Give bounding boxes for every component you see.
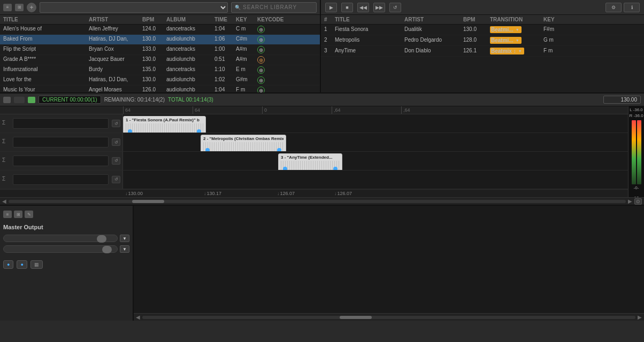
- track-4-return-btn[interactable]: ↺: [112, 176, 120, 183]
- track-2-area[interactable]: 2 - "Metropolis (Christian Ombas Remix)"…: [123, 133, 628, 151]
- track-album: dancetracks: [165, 66, 213, 74]
- keycode-icon: ⊕: [257, 87, 265, 92]
- track-2-return-btn[interactable]: ↺: [112, 138, 120, 146]
- info-icon[interactable]: ℹ: [624, 3, 640, 12]
- mixer-fader-2[interactable]: [3, 245, 118, 253]
- playlist-row[interactable]: 1 Fiesta Sonora Dualitik 130.0 Beatmi...…: [321, 25, 644, 35]
- ruler-mark-3: 0: [262, 106, 332, 114]
- ptrack-artist: Dualitik: [403, 26, 462, 34]
- mixer-list-icon[interactable]: ≡: [3, 211, 12, 218]
- scroll-thumb[interactable]: [132, 200, 164, 203]
- library-table: TITLE ARTIST BPM ALBUM TIME KEY KEYCODE …: [0, 15, 320, 92]
- library-row[interactable]: Grade A B**** Jacquez Bauer 130.0 audiol…: [0, 55, 320, 65]
- col-title: TITLE: [2, 16, 88, 23]
- fader-1-thumb[interactable]: [97, 235, 106, 243]
- keycode-icon: ⊕: [257, 56, 265, 64]
- track-1-icon: Σ: [2, 120, 10, 127]
- track-1-area[interactable]: 1 - "Fiesta Sonora (A.Paul Remix)" b: [123, 114, 628, 133]
- settings-icon[interactable]: ⚙: [605, 3, 622, 12]
- playlist-row[interactable]: 3 AnyTime Don Diablo 126.1 Beatmix ↕▼ F …: [321, 46, 644, 57]
- track-artist: Allen Jeffrey: [88, 25, 141, 34]
- playlist-toolbar: ▶ ■ ◀◀ ▶▶ ↺ ⚙ ℹ: [321, 0, 644, 15]
- bpm-label-1: 130.00: [123, 191, 143, 196]
- bottom-scrollbar[interactable]: ◀ ▶: [134, 313, 644, 321]
- clip-2[interactable]: 2 - "Metropolis (Christian Ombas Remix)"…: [201, 135, 286, 151]
- clip-3-wave: [281, 161, 340, 170]
- track-1-return-btn[interactable]: ↺: [112, 120, 120, 127]
- clip-3-label: 3 - "AnyTime (Extended...: [281, 155, 340, 160]
- ptrack-key: F m: [542, 47, 569, 55]
- track-3-return-btn[interactable]: ↺: [112, 157, 120, 165]
- keycode-icon: ⊕: [257, 66, 265, 74]
- track-title: Baked From: [2, 35, 88, 44]
- bottom-scroll-thumb[interactable]: [340, 316, 372, 319]
- scroll-track[interactable]: [9, 200, 626, 203]
- stop-button[interactable]: ■: [341, 3, 353, 12]
- track-2-icon: Σ: [2, 138, 10, 146]
- top-section: ≡ ⊞ + (Entire Library) 🔍 TITLE ARTIST BP…: [0, 0, 644, 94]
- track-title: Allen's House of: [2, 25, 88, 34]
- library-filter-dropdown[interactable]: (Entire Library): [40, 2, 228, 13]
- keycode-icon: ⊕: [257, 36, 265, 43]
- play-button[interactable]: ▶: [325, 3, 337, 12]
- scroll-right-arrow[interactable]: ▶: [628, 198, 632, 204]
- track-4-area[interactable]: [123, 170, 628, 189]
- playlist-row[interactable]: 2 Metropolis Pedro Delgardo 128.0 Beatmi…: [321, 35, 644, 46]
- library-row[interactable]: Baked From Hatiras, DJ Dan, 130.0 audiol…: [0, 35, 320, 45]
- library-row[interactable]: Flip the Script Bryan Cox 133.0 dancetra…: [0, 45, 320, 55]
- bottom-scroll-left[interactable]: ◀: [136, 314, 140, 320]
- beatmix-badge: Beatmix ↕▼: [490, 48, 524, 55]
- tl-icon1[interactable]: [3, 97, 11, 103]
- fader-2-arrow[interactable]: ▼: [120, 245, 129, 253]
- library-panel: ≡ ⊞ + (Entire Library) 🔍 TITLE ARTIST BP…: [0, 0, 321, 92]
- bpm-label-2: 130.17: [202, 191, 221, 196]
- track-bpm: 130.0: [141, 56, 165, 64]
- fader-1-arrow[interactable]: ▼: [120, 235, 129, 242]
- bpm-control[interactable]: 130.00: [603, 96, 641, 104]
- track-artist: Hatiras, DJ Dan,: [88, 35, 141, 44]
- clip-1[interactable]: 1 - "Fiesta Sonora (A.Paul Remix)" b: [123, 116, 206, 133]
- list-icon[interactable]: ≡: [3, 4, 12, 11]
- track-3-area[interactable]: 3 - "AnyTime (Extended...: [123, 152, 628, 170]
- mixer-btn-3-icon: ▦: [34, 262, 39, 267]
- library-row[interactable]: Music Is Your Angel Moraes 126.0 audiolu…: [0, 86, 320, 92]
- mixer-fader-1[interactable]: [3, 235, 118, 242]
- search-input[interactable]: [243, 4, 302, 10]
- ptrack-bpm: 126.1: [462, 47, 489, 55]
- add-icon[interactable]: +: [27, 3, 36, 12]
- ruler-mark-4: ,64: [332, 106, 401, 114]
- loop-button[interactable]: ↺: [389, 3, 401, 12]
- mixer-grid-icon[interactable]: ⊞: [14, 211, 22, 218]
- grid-icon[interactable]: ⊞: [15, 4, 24, 11]
- next-button[interactable]: ▶▶: [373, 3, 385, 12]
- library-row[interactable]: Influenzational Burdy 135.0 dancetracks …: [0, 65, 320, 75]
- track-keycode: ⊕: [256, 76, 288, 84]
- library-table-header: TITLE ARTIST BPM ALBUM TIME KEY KEYCODE: [0, 15, 320, 25]
- bottom-scroll-right[interactable]: ▶: [638, 314, 642, 320]
- tl-icon3[interactable]: [28, 97, 35, 103]
- total-time: TOTAL 00:14:14(3): [168, 97, 213, 103]
- track-row-3: Σ ↺ 3 - "AnyTime (Extended...: [0, 152, 628, 170]
- tl-icon2[interactable]: [14, 97, 25, 103]
- fader-2-thumb[interactable]: [102, 246, 112, 253]
- timeline-scrollbar[interactable]: ◀ ▶ ⊙: [0, 197, 644, 205]
- bottom-scroll-track[interactable]: [142, 316, 635, 319]
- clip-3[interactable]: 3 - "AnyTime (Extended...: [278, 153, 342, 170]
- scroll-left-arrow[interactable]: ◀: [2, 198, 6, 204]
- beatmix-badge: Beatmi...▼: [490, 37, 522, 44]
- clip-1-wave: [126, 123, 203, 133]
- library-row[interactable]: Love for the Hatiras, DJ Dan, 130.0 audi…: [0, 75, 320, 86]
- mixer-btn-3[interactable]: ▦: [30, 260, 43, 269]
- mixer-btn-1[interactable]: ●: [3, 260, 13, 269]
- sync-icon[interactable]: ⊙: [634, 198, 642, 205]
- mixer-edit-icon[interactable]: ✎: [25, 211, 33, 218]
- mixer-btn-1-icon: ●: [7, 262, 10, 267]
- prev-button[interactable]: ◀◀: [357, 3, 369, 12]
- vu-bar-l: [632, 120, 636, 184]
- track-time: 1:02: [213, 76, 235, 84]
- library-row[interactable]: Allen's House of Allen Jeffrey 124.0 dan…: [0, 25, 320, 35]
- track-time: 1:10: [213, 66, 235, 74]
- track-title: Music Is Your: [2, 86, 88, 92]
- mixer-btn-2[interactable]: ●: [17, 260, 27, 269]
- playlist-panel: ▶ ■ ◀◀ ▶▶ ↺ ⚙ ℹ # TITLE ARTIST BPM TRANS…: [321, 0, 644, 92]
